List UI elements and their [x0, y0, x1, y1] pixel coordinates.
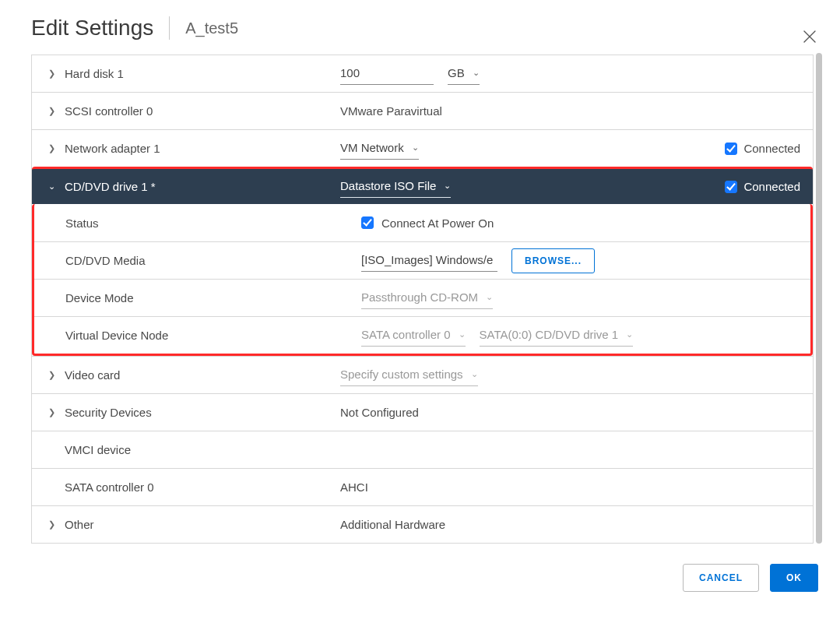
network-adapter-value: VM Network: [340, 141, 404, 154]
ok-button[interactable]: OK: [770, 564, 818, 592]
chevron-down-icon: ⌄: [444, 181, 451, 191]
network-connected-label: Connected: [743, 142, 800, 155]
other-label: Other: [65, 518, 94, 531]
chevron-down-icon[interactable]: ⌄: [44, 181, 58, 192]
chevron-right-icon[interactable]: ❯: [44, 407, 58, 417]
browse-button[interactable]: BROWSE...: [511, 248, 595, 273]
dialog-title: Edit Settings: [31, 16, 153, 40]
device-node-controller-value: SATA controller 0: [361, 328, 451, 341]
chevron-down-icon: ⌄: [486, 292, 493, 302]
sata-controller-label: SATA controller 0: [65, 480, 154, 494]
row-cd-status: Status Connect At Power On: [34, 204, 810, 241]
device-mode-select: Passthrough CD-ROM ⌄: [361, 287, 493, 309]
cd-dvd-label: CD/DVD drive 1 *: [65, 180, 156, 193]
scrollbar-track[interactable]: [814, 48, 824, 544]
row-cd-media: CD/DVD Media BROWSE...: [34, 241, 810, 279]
cd-media-label: CD/DVD Media: [65, 254, 146, 267]
close-button[interactable]: [803, 30, 817, 47]
chevron-right-icon[interactable]: ❯: [44, 143, 58, 153]
chevron-down-icon: ⌄: [412, 143, 419, 153]
device-node-slot-select: SATA(0:0) CD/DVD drive 1 ⌄: [480, 325, 634, 347]
row-scsi-controller-0: ❯ SCSI controller 0 VMware Paravirtual: [32, 92, 813, 129]
other-value: Additional Hardware: [340, 518, 445, 531]
video-card-value: Specify custom settings: [340, 368, 463, 381]
connect-at-power-on-label: Connect At Power On: [381, 216, 494, 230]
chevron-right-icon[interactable]: ❯: [44, 106, 58, 116]
title-divider: [169, 16, 170, 40]
cd-dvd-details-highlight: Status Connect At Power On CD/DVD Media …: [32, 204, 813, 356]
cd-status-label: Status: [65, 216, 99, 230]
close-icon: [803, 30, 817, 44]
edit-settings-dialog: Edit Settings A_test5 ❯ Hard disk 1 GB ⌄: [0, 0, 840, 630]
scsi-label: SCSI controller 0: [65, 104, 153, 118]
security-devices-label: Security Devices: [65, 406, 152, 419]
row-vmci-device: VMCI device: [32, 431, 813, 468]
chevron-down-icon: ⌄: [626, 329, 633, 340]
cd-connected-label: Connected: [743, 180, 800, 193]
video-card-select: Specify custom settings ⌄: [340, 364, 478, 386]
vm-name: A_test5: [185, 19, 238, 37]
row-network-adapter-1: ❯ Network adapter 1 VM Network ⌄ Connect…: [32, 129, 813, 167]
hard-disk-size-input[interactable]: [340, 63, 434, 85]
row-security-devices: ❯ Security Devices Not Configured: [32, 393, 813, 431]
scsi-value: VMware Paravirtual: [340, 104, 442, 118]
row-sata-controller-0: SATA controller 0 AHCI: [32, 468, 813, 505]
chevron-down-icon: ⌄: [473, 68, 480, 78]
hard-disk-unit-value: GB: [448, 66, 465, 79]
scrollbar-thumb[interactable]: [816, 53, 822, 544]
row-video-card: ❯ Video card Specify custom settings ⌄: [32, 356, 813, 393]
hard-disk-unit-select[interactable]: GB ⌄: [448, 63, 480, 85]
vmci-device-label: VMCI device: [65, 443, 131, 456]
cd-device-mode-label: Device Mode: [65, 291, 134, 304]
sata-controller-value: AHCI: [340, 480, 368, 494]
row-cd-virtual-device-node: Virtual Device Node SATA controller 0 ⌄ …: [34, 316, 810, 354]
security-devices-value: Not Configured: [340, 406, 419, 419]
settings-list: ❯ Hard disk 1 GB ⌄ ❯ SCSI controller 0 V…: [31, 55, 814, 544]
cd-node-label: Virtual Device Node: [65, 329, 168, 342]
network-adapter-label: Network adapter 1: [65, 142, 160, 155]
row-cd-dvd-drive-1: ⌄ CD/DVD drive 1 * Datastore ISO File ⌄ …: [32, 167, 813, 204]
chevron-right-icon[interactable]: ❯: [44, 519, 58, 530]
dialog-footer: CANCEL OK: [31, 544, 824, 592]
cd-media-path-input[interactable]: [361, 250, 497, 272]
row-cd-device-mode: Device Mode Passthrough CD-ROM ⌄: [34, 279, 810, 316]
video-card-label: Video card: [65, 368, 120, 382]
row-other: ❯ Other Additional Hardware: [32, 505, 813, 543]
chevron-right-icon[interactable]: ❯: [44, 370, 58, 380]
device-node-slot-value: SATA(0:0) CD/DVD drive 1: [480, 328, 619, 341]
network-adapter-select[interactable]: VM Network ⌄: [340, 138, 419, 160]
cd-connected-checkbox[interactable]: [725, 181, 737, 193]
chevron-down-icon: ⌄: [459, 329, 466, 340]
row-hard-disk-1: ❯ Hard disk 1 GB ⌄: [32, 55, 813, 92]
chevron-down-icon: ⌄: [471, 369, 478, 379]
network-connected-checkbox[interactable]: [725, 143, 737, 155]
device-node-controller-select: SATA controller 0 ⌄: [361, 325, 466, 347]
connect-at-power-on-checkbox[interactable]: [361, 216, 374, 229]
hard-disk-label: Hard disk 1: [65, 67, 124, 80]
chevron-right-icon[interactable]: ❯: [44, 69, 58, 79]
dialog-header: Edit Settings A_test5: [31, 16, 824, 48]
cd-dvd-source-value: Datastore ISO File: [340, 179, 436, 192]
cd-dvd-source-select[interactable]: Datastore ISO File ⌄: [340, 176, 451, 198]
device-mode-value: Passthrough CD-ROM: [361, 290, 478, 304]
cancel-button[interactable]: CANCEL: [683, 564, 759, 592]
